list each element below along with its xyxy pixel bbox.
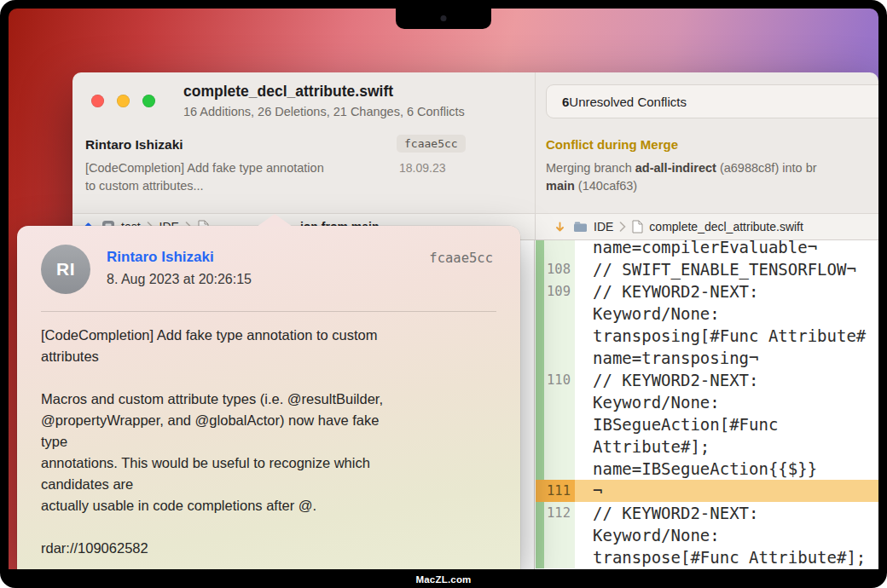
chevron-right-icon xyxy=(619,222,626,232)
popover-commit-message: [CodeCompletion] Add fake type annotatio… xyxy=(41,325,496,559)
popover-commit-hash: fcaae5cc xyxy=(429,251,493,266)
change-indicator xyxy=(536,458,544,480)
code-pane: name=compilerEvaluable¬108// SWIFT_ENABL… xyxy=(536,240,878,569)
code-line-text: name=transposing¬ xyxy=(575,347,878,369)
merge-line-1: Merging branch ad-all-indirect (a6988c8f… xyxy=(546,161,878,175)
from-branch: ad-all-indirect xyxy=(635,161,716,175)
code-row[interactable]: 112// KEYWORD2-NEXT: xyxy=(536,502,878,524)
merge-line-2: main (140caf63) xyxy=(546,179,878,193)
line-number xyxy=(544,458,575,480)
commit-popover: RI Rintaro Ishizaki fcaae5cc 8. Aug 2023… xyxy=(17,226,520,569)
breadcrumb-right: IDE complete_decl_attribute.swift xyxy=(553,214,803,239)
popover-author-link[interactable]: Rintaro Ishizaki xyxy=(107,249,214,266)
change-indicator xyxy=(536,258,544,280)
line-number: 110 xyxy=(544,369,575,391)
line-number xyxy=(544,303,575,325)
change-indicator xyxy=(536,413,544,435)
conflicts-count: 6 xyxy=(562,95,569,109)
watermark: MacZL.com xyxy=(0,574,887,585)
line-number xyxy=(544,435,575,458)
line-number xyxy=(544,546,575,568)
code-row[interactable]: transposing[#Func Attribute# xyxy=(536,325,878,347)
code-line-text: Keyword/None: xyxy=(575,524,878,546)
popover-separator xyxy=(41,311,496,312)
line-number xyxy=(544,325,575,347)
change-indicator xyxy=(536,524,544,546)
code-line-text: Keyword/None: xyxy=(575,303,878,325)
code-row[interactable]: Attribute#]; xyxy=(536,435,878,458)
code-line-text: name=IBSegueAction{{$}} xyxy=(575,458,878,480)
code-line-text: transposing[#Func Attribute# xyxy=(575,325,878,347)
code-row[interactable]: 111¬ xyxy=(536,480,878,502)
close-button[interactable] xyxy=(91,95,104,107)
line-number: 108 xyxy=(544,258,575,280)
avatar: RI xyxy=(41,245,90,294)
line-number: 112 xyxy=(544,502,575,524)
breadcrumb-item-ide-right[interactable]: IDE xyxy=(594,220,613,233)
code-row[interactable]: 110// KEYWORD2-NEXT: xyxy=(536,369,878,391)
change-indicator xyxy=(536,480,544,502)
commit-author: Rintaro Ishizaki xyxy=(85,137,183,153)
change-indicator xyxy=(536,240,544,258)
code-row[interactable]: name=compilerEvaluable¬ xyxy=(536,240,878,258)
code-row[interactable]: 108// SWIFT_ENABLE_TENSORFLOW¬ xyxy=(536,258,878,280)
window-title: complete_decl_attribute.swift xyxy=(183,83,393,101)
code-line-text: // KEYWORD2-NEXT: xyxy=(575,280,878,303)
popover-arrow xyxy=(257,214,293,227)
line-number xyxy=(544,413,575,435)
code-line-text: IBSegueAction[#Func xyxy=(575,413,878,435)
code-row[interactable]: Keyword/None: xyxy=(536,524,878,546)
to-branch: main xyxy=(546,179,575,193)
code-row[interactable]: IBSegueAction[#Func xyxy=(536,413,878,435)
line-number xyxy=(544,240,575,258)
line-number xyxy=(544,524,575,546)
line-number xyxy=(544,391,575,413)
window-subtitle: 16 Additions, 26 Deletions, 21 Changes, … xyxy=(183,105,465,118)
commit-date: 18.09.23 xyxy=(399,161,446,175)
change-indicator xyxy=(536,391,544,413)
code-line-text: // SWIFT_ENABLE_TENSORFLOW¬ xyxy=(575,258,878,280)
code-line-text: Attribute#]; xyxy=(575,435,878,458)
code-line-text: // KEYWORD2-NEXT: xyxy=(575,369,878,391)
code-row[interactable]: Keyword/None: xyxy=(536,391,878,413)
minimize-button[interactable] xyxy=(117,95,130,107)
code-line-text: // KEYWORD2-NEXT: xyxy=(575,502,878,524)
merge-info: Conflict during Merge Merging branch ad-… xyxy=(546,128,878,213)
breadcrumb-divider xyxy=(535,214,536,239)
code-row[interactable]: 109// KEYWORD2-NEXT: xyxy=(536,280,878,303)
code-line-text: Keyword/None: xyxy=(575,391,878,413)
change-indicator xyxy=(536,502,544,524)
commit-message-preview: [CodeCompletion] Add fake type annotatio… xyxy=(85,159,392,195)
document-icon xyxy=(632,220,643,233)
change-indicator xyxy=(536,325,544,347)
code-line-text: transpose[#Func Attribute#]; xyxy=(575,546,878,568)
code-rows: name=compilerEvaluable¬108// SWIFT_ENABL… xyxy=(536,240,878,568)
line-number: 109 xyxy=(544,280,575,303)
merge-conflict-title: Conflict during Merge xyxy=(546,137,678,152)
change-indicator xyxy=(536,369,544,391)
code-row[interactable]: name=transposing¬ xyxy=(536,347,878,369)
commit-hash-badge: fcaae5cc xyxy=(397,135,466,153)
code-row[interactable]: name=IBSegueAction{{$}} xyxy=(536,458,878,480)
camera-dot xyxy=(441,15,447,21)
code-row[interactable]: transpose[#Func Attribute#]; xyxy=(536,546,878,568)
macbook-frame: complete_decl_attribute.swift 16 Additio… xyxy=(0,0,887,588)
change-indicator xyxy=(536,280,544,303)
folder-icon xyxy=(573,221,588,233)
change-indicator xyxy=(536,347,544,369)
popover-date: 8. Aug 2023 at 20:26:15 xyxy=(107,272,252,287)
header-divider xyxy=(535,72,536,213)
unresolved-conflicts-button[interactable]: 6 Unresolved Conflicts xyxy=(546,84,878,118)
commit-list-item[interactable]: Rintaro Ishizaki fcaae5cc 18.09.23 [Code… xyxy=(72,128,535,213)
line-number xyxy=(544,347,575,369)
line-number: 111 xyxy=(544,480,575,502)
screen: complete_decl_attribute.swift 16 Additio… xyxy=(9,9,878,569)
conflicts-label: Unresolved Conflicts xyxy=(569,95,687,109)
change-indicator xyxy=(536,303,544,325)
change-indicator xyxy=(536,546,544,568)
code-line-text: ¬ xyxy=(575,480,878,502)
code-row[interactable]: Keyword/None: xyxy=(536,303,878,325)
zoom-button[interactable] xyxy=(142,95,155,107)
breadcrumb-item-file[interactable]: complete_decl_attribute.swift xyxy=(649,220,803,233)
change-indicator xyxy=(536,435,544,458)
